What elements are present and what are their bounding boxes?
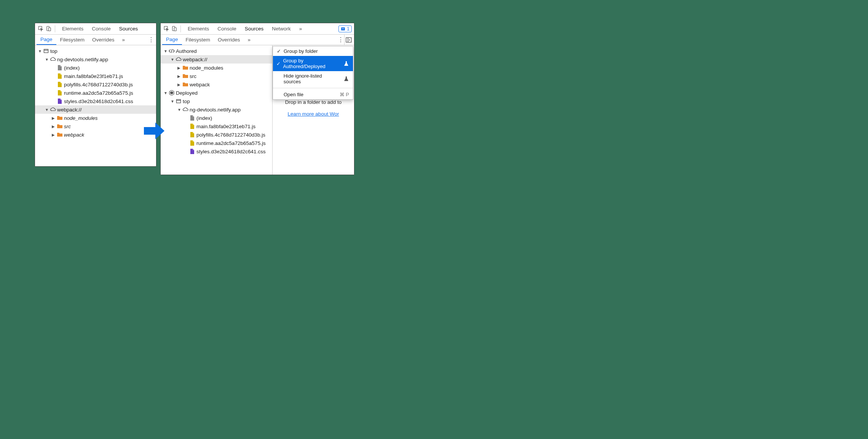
tree-webpack[interactable]: ▼webpack://	[161, 55, 273, 64]
toolbar-divider	[55, 25, 55, 32]
folder-icon	[57, 115, 63, 121]
frame-icon	[43, 48, 49, 54]
tree-file[interactable]: polyfills.4c768d7122740d3b.js	[161, 130, 273, 139]
tab-sources[interactable]: Sources	[115, 23, 142, 34]
js-file-icon	[57, 81, 63, 87]
tree-label: runtime.aa2dc5a72b65a575.js	[196, 140, 266, 146]
tree-file[interactable]: polyfills.4c768d7122740d3b.js	[35, 80, 156, 89]
menu-label: Hide ignore-listed sources	[284, 73, 340, 84]
tree-file[interactable]: styles.d3e2b24618d2c641.css	[35, 97, 156, 105]
svg-rect-12	[177, 100, 181, 103]
more-options-icon[interactable]: ⋮	[337, 36, 344, 43]
subtab-page[interactable]: Page	[162, 35, 182, 45]
deployed-icon	[169, 90, 175, 96]
tree-label: webpack://	[183, 57, 207, 62]
inspect-icon[interactable]	[37, 25, 44, 32]
tree-label: styles.d3e2b24618d2c641.css	[64, 99, 133, 104]
js-file-icon	[189, 140, 195, 146]
menu-label: Group by Authored/Deployed	[283, 58, 340, 69]
cloud-icon	[50, 107, 56, 113]
tree-label: styles.d3e2b24618d2c641.css	[196, 149, 266, 154]
tab-console[interactable]: Console	[88, 23, 115, 34]
tree-label: Deployed	[176, 90, 198, 96]
tree-label: main.fa8bfa0e23f1eb71.js	[64, 73, 123, 79]
tree-webpack[interactable]: ▼webpack://	[35, 105, 156, 114]
js-file-icon	[189, 132, 195, 138]
main-toolbar: Elements Console Sources Network » 1	[161, 23, 354, 35]
tab-network[interactable]: Network	[268, 23, 295, 34]
cloud-icon	[176, 56, 182, 62]
sources-subtabs: Page Filesystem Overrides » ⋮	[35, 35, 156, 45]
tree-folder[interactable]: ▶node_modules	[35, 114, 156, 122]
cloud-icon	[50, 56, 56, 62]
inspect-icon[interactable]	[163, 25, 170, 32]
css-file-icon	[57, 98, 63, 104]
tree-label: main.fa8bfa0e23f1eb71.js	[196, 124, 255, 129]
learn-more-link[interactable]: Learn more about Wor	[288, 111, 339, 117]
tree-file[interactable]: (index)	[161, 114, 273, 122]
menu-hide-ignore[interactable]: Hide ignore-listed sources	[273, 71, 353, 86]
tree-label: webpack	[64, 132, 84, 138]
tree-file[interactable]: main.fa8bfa0e23f1eb71.js	[161, 122, 273, 130]
tree-file[interactable]: main.fa8bfa0e23f1eb71.js	[35, 72, 156, 80]
code-icon	[169, 48, 175, 54]
subtab-filesystem[interactable]: Filesystem	[56, 35, 89, 45]
tree-label: polyfills.4c768d7122740d3b.js	[64, 82, 133, 87]
menu-group-folder[interactable]: ✓Group by folder	[273, 46, 353, 56]
tree-domain[interactable]: ▼ng-devtools.netlify.app	[161, 105, 273, 114]
subtab-filesystem[interactable]: Filesystem	[182, 35, 214, 45]
subtab-page[interactable]: Page	[37, 35, 56, 45]
folder-icon	[182, 81, 188, 87]
tree-file[interactable]: runtime.aa2dc5a72b65a575.js	[35, 89, 156, 97]
tree-file[interactable]: (index)	[35, 64, 156, 72]
tree-label: Authored	[176, 48, 197, 54]
css-file-icon	[189, 148, 195, 154]
toggle-navigator-icon[interactable]	[344, 35, 353, 45]
tree-file[interactable]: runtime.aa2dc5a72b65a575.js	[161, 139, 273, 147]
tree-label: ng-devtools.netlify.app	[57, 57, 108, 62]
tree-top[interactable]: ▼top	[161, 97, 273, 105]
subtab-overrides[interactable]: Overrides	[214, 35, 244, 45]
drop-hint-text: Drop in a folder to add to	[276, 99, 351, 105]
svg-rect-2	[48, 28, 51, 31]
tree-folder[interactable]: ▶webpack	[35, 130, 156, 139]
subtab-more[interactable]: »	[118, 35, 129, 45]
menu-open-file[interactable]: Open file⌘ P	[273, 90, 353, 99]
tree-domain[interactable]: ▼ng-devtools.netlify.app	[35, 55, 156, 64]
tree-top[interactable]: ▼top	[35, 47, 156, 55]
tree-authored[interactable]: ▼Authored	[161, 47, 273, 55]
subtab-overrides[interactable]: Overrides	[88, 35, 118, 45]
menu-group-authored[interactable]: ✓Group by Authored/Deployed	[273, 56, 353, 71]
menu-separator	[273, 88, 353, 88]
tab-elements[interactable]: Elements	[184, 23, 213, 34]
cloud-icon	[182, 107, 188, 113]
subtab-more[interactable]: »	[244, 35, 255, 45]
tab-more[interactable]: »	[295, 23, 306, 34]
tree-folder[interactable]: ▶src	[35, 122, 156, 130]
file-tree: ▼Authored ▼webpack:// ▶node_modules ▶src…	[161, 45, 273, 175]
menu-shortcut: ⌘ P	[340, 92, 349, 97]
tree-label: runtime.aa2dc5a72b65a575.js	[64, 90, 133, 96]
tree-folder[interactable]: ▶node_modules	[161, 64, 273, 72]
svg-rect-3	[44, 49, 48, 53]
device-icon[interactable]	[45, 25, 52, 32]
folder-icon	[182, 65, 188, 71]
js-file-icon	[57, 73, 63, 79]
more-options-icon[interactable]: ⋮	[148, 36, 155, 43]
tree-file[interactable]: styles.d3e2b24618d2c641.css	[161, 147, 273, 156]
tree-deployed[interactable]: ▼Deployed	[161, 89, 273, 97]
tree-label: webpack://	[57, 107, 82, 113]
sources-subtabs: Page Filesystem Overrides » ⋮	[161, 35, 354, 45]
file-icon	[189, 115, 195, 121]
tree-folder[interactable]: ▶webpack	[161, 80, 273, 89]
tab-sources[interactable]: Sources	[241, 23, 268, 34]
devtools-panel-before: Elements Console Sources Page Filesystem…	[35, 23, 156, 167]
main-toolbar: Elements Console Sources	[35, 23, 156, 35]
device-icon[interactable]	[171, 25, 177, 32]
tab-elements[interactable]: Elements	[58, 23, 87, 34]
issues-badge[interactable]: 1	[338, 25, 352, 32]
context-menu: ✓Group by folder ✓Group by Authored/Depl…	[273, 46, 353, 100]
tab-console[interactable]: Console	[214, 23, 240, 34]
tree-folder[interactable]: ▶src	[161, 72, 273, 80]
tree-label: (index)	[196, 115, 212, 121]
